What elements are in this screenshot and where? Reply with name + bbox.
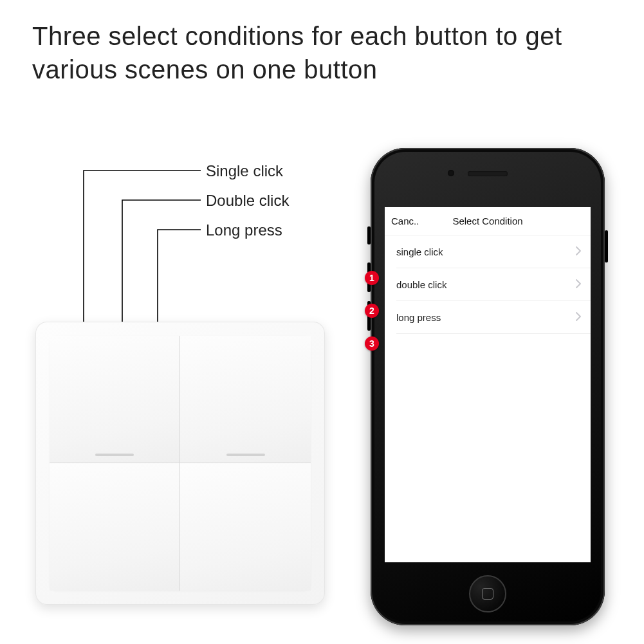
row-label: single click bbox=[396, 246, 443, 257]
home-square-icon bbox=[482, 588, 493, 600]
switch-button-1[interactable] bbox=[50, 336, 180, 463]
condition-row-long-press[interactable]: long press bbox=[385, 301, 591, 334]
chevron-right-icon bbox=[576, 279, 582, 290]
badge-3: 3 bbox=[365, 336, 379, 351]
badge-2: 2 bbox=[365, 304, 379, 318]
callout-label-double-click: Double click bbox=[206, 192, 289, 210]
phone-screen: Canc.. Select Condition single click dou… bbox=[385, 207, 591, 562]
chevron-right-icon bbox=[576, 246, 582, 257]
condition-row-double-click[interactable]: double click bbox=[385, 268, 591, 301]
phone-mute-switch bbox=[367, 226, 371, 244]
chevron-right-icon bbox=[576, 312, 582, 323]
phone-home-button[interactable] bbox=[469, 575, 506, 612]
callout-label-single-click: Single click bbox=[206, 162, 283, 180]
switch-button-3[interactable] bbox=[50, 463, 180, 591]
nav-bar: Canc.. Select Condition bbox=[385, 207, 591, 235]
switch-button-4[interactable] bbox=[180, 463, 311, 591]
badge-1: 1 bbox=[365, 271, 379, 285]
headline-text: Three select conditions for each button … bbox=[32, 19, 618, 86]
switch-button-2[interactable] bbox=[180, 336, 311, 463]
row-label: long press bbox=[396, 312, 441, 323]
wall-switch-device bbox=[35, 322, 325, 605]
row-label: double click bbox=[396, 279, 446, 290]
phone-power-button bbox=[605, 230, 608, 262]
cancel-button[interactable]: Canc.. bbox=[391, 216, 419, 226]
condition-list: single click double click long press bbox=[385, 235, 591, 334]
callout-label-long-press: Long press bbox=[206, 221, 282, 239]
phone-mockup: 1 2 3 Canc.. Select Condition single cli… bbox=[371, 148, 605, 625]
condition-row-single-click[interactable]: single click bbox=[385, 235, 591, 268]
